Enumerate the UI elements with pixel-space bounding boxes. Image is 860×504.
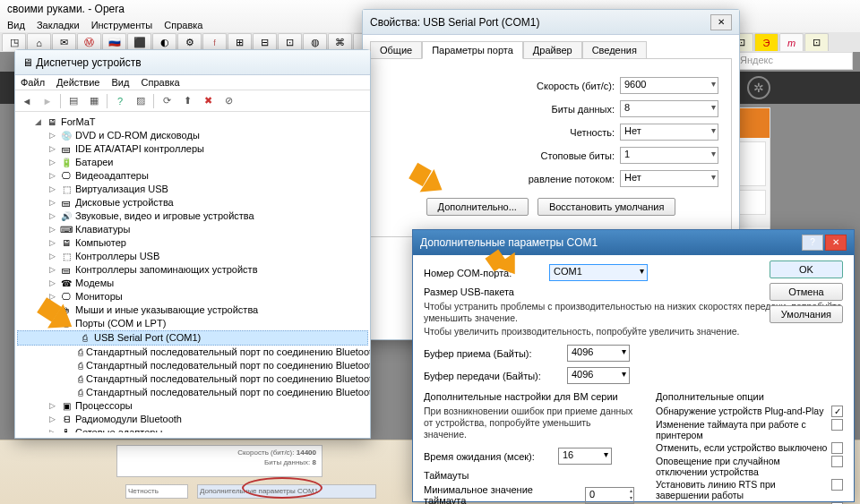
browser-tab[interactable]: ⊟ <box>253 33 277 51</box>
opera-menu-item[interactable]: Закладки <box>37 20 80 30</box>
option-row[interactable]: Оповещение при случайном отключении устр… <box>656 456 843 477</box>
timeouts-heading: Таймауты <box>424 470 634 481</box>
latency-select[interactable]: 16 <box>558 448 612 465</box>
tab-general[interactable]: Общие <box>370 41 422 59</box>
tree-category[interactable]: ▷▣Процессоры <box>17 399 368 413</box>
tab-port-settings[interactable]: Параметры порта <box>422 41 523 59</box>
browser-tab[interactable]: ◳ <box>2 33 26 51</box>
tree-bt-port[interactable]: ⎙Стандартный последовательный порт по со… <box>17 386 368 399</box>
option-row[interactable]: Изменение таймаута при работе с принтеро… <box>656 419 843 440</box>
menu-help[interactable]: Справка <box>142 77 180 88</box>
tree-category[interactable]: ▷🔋Батареи <box>17 156 368 169</box>
restore-defaults-button[interactable]: Восстановить умолчания <box>538 198 676 216</box>
tree-category[interactable]: ▷⬚Контроллеры USB <box>17 250 368 263</box>
tree-bt-port[interactable]: ⎙Стандартный последовательный порт по со… <box>17 359 368 372</box>
tree-category[interactable]: ▷🖥Компьютер <box>17 236 368 250</box>
option-label: Отменить, если устройство выключено <box>656 442 831 453</box>
props-tab-body: Скорость (бит/с):9600 Биты данных:8 Четн… <box>370 58 732 237</box>
fwd-icon[interactable]: ► <box>39 93 56 109</box>
opera-menu-item[interactable]: Инструменты <box>91 20 153 30</box>
checkbox[interactable]: ✓ <box>831 406 843 417</box>
help-icon[interactable]: ? <box>112 93 128 109</box>
tree-category[interactable]: ▷🖵Видеоадаптеры <box>17 169 368 183</box>
device-tree[interactable]: ◢🖥ForMaT ▷💿DVD и CD-ROM дисководы▷🖴IDE A… <box>15 112 370 432</box>
advanced-button[interactable]: Дополнительно... <box>426 198 529 216</box>
browser-tab[interactable]: f <box>202 33 227 51</box>
browser-tab[interactable]: Ⓜ <box>77 33 101 51</box>
tree-icon[interactable]: ▤ <box>65 93 82 109</box>
checkbox[interactable] <box>831 419 843 431</box>
browser-tab[interactable]: ◐ <box>152 33 176 51</box>
tree-category[interactable]: ▷ᗺРадиомодули Bluetooth <box>17 413 368 426</box>
option-row[interactable]: Обнаружение устройств Plug-and-Play✓ <box>656 406 843 417</box>
disable-icon[interactable]: ⊘ <box>220 93 236 109</box>
tab-details[interactable]: Сведения <box>582 41 647 59</box>
tree-category[interactable]: ▷🖴IDE ATA/ATAPI контроллеры <box>17 142 368 156</box>
browser-tab[interactable]: ◍ <box>303 33 327 51</box>
tree-category[interactable]: ▷⬚Виртуализация USB <box>17 183 368 196</box>
checkbox[interactable] <box>831 442 843 454</box>
tree-root[interactable]: ◢🖥ForMaT <box>17 115 368 129</box>
browser-tab[interactable]: m <box>779 33 804 51</box>
stopbits-select[interactable]: 1 <box>620 147 718 164</box>
option-row[interactable]: Отменить, если устройство выключено <box>656 442 843 454</box>
help-button[interactable]: ? <box>802 235 823 251</box>
tree-category[interactable]: ▷⌨Клавиатуры <box>17 223 368 236</box>
menu-file[interactable]: Файл <box>21 77 45 88</box>
back-icon[interactable]: ◄ <box>19 93 35 109</box>
tree-bt-port[interactable]: ⎙Стандартный последовательный порт по со… <box>17 346 368 359</box>
tab-driver[interactable]: Драйвер <box>523 41 582 59</box>
browser-tab[interactable]: ⊡ <box>804 33 829 51</box>
parity-select[interactable]: Нет <box>620 124 718 141</box>
devmgr-menubar[interactable]: Файл Действие Вид Справка <box>15 75 370 90</box>
browser-tab[interactable]: 🇷🇺 <box>102 33 126 51</box>
defaults-button[interactable]: Умолчания <box>770 305 843 323</box>
option-row[interactable]: Установить линию RTS при завершении рабо… <box>656 479 843 500</box>
checkbox[interactable] <box>831 456 843 467</box>
browser-tab[interactable]: Э <box>754 33 778 51</box>
browser-tab[interactable]: ⚙ <box>177 33 202 51</box>
speed-label: Скорость (бит/с): <box>537 81 615 91</box>
scan-icon[interactable]: ⟳ <box>159 93 175 109</box>
flowctrl-select[interactable]: Нет <box>620 170 718 187</box>
close-icon[interactable]: ✕ <box>710 14 732 30</box>
window-title: Свойства: USB Serial Port (COM1) <box>370 16 539 29</box>
browser-tab[interactable]: ⊡ <box>278 33 302 51</box>
cancel-button[interactable]: Отмена <box>770 283 843 301</box>
txbuf-select[interactable]: 4096 <box>567 367 630 384</box>
ok-button[interactable]: OK <box>770 261 843 278</box>
tree-category[interactable]: ▷🖴Контроллеры запоминающих устройств <box>17 263 368 277</box>
update-icon[interactable]: ⬆ <box>179 93 195 109</box>
uninstall-icon[interactable]: ✖ <box>200 93 216 109</box>
opera-menu-item[interactable]: Вид <box>7 20 25 30</box>
databits-select[interactable]: 8 <box>620 100 718 117</box>
tree-category[interactable]: ▷🖧Сетевые адаптеры <box>17 426 368 432</box>
close-icon[interactable]: ✕ <box>825 235 847 251</box>
tree-category[interactable]: ▷🖴Дисковые устройства <box>17 196 368 209</box>
parity-label: Четность: <box>570 127 615 138</box>
tree-category[interactable]: ▷🖵Мониторы <box>17 290 368 303</box>
device-manager-window: 🖥 Диспетчер устройств Файл Действие Вид … <box>14 49 371 439</box>
gear-icon[interactable]: ✲ <box>747 76 770 99</box>
tree-usb-serial-port[interactable]: ⎙USB Serial Port (COM1) <box>17 330 368 346</box>
min-timeout-spin[interactable]: 0 <box>585 487 634 504</box>
menu-action[interactable]: Действие <box>56 77 99 88</box>
tree-category[interactable]: ▷☎Модемы <box>17 277 368 290</box>
browser-tab[interactable]: ⌂ <box>27 33 51 51</box>
browser-tab[interactable]: ⬛ <box>127 33 151 51</box>
props-icon[interactable]: ▨ <box>133 93 149 109</box>
opera-menu-item[interactable]: Справка <box>164 20 202 30</box>
browser-tab[interactable]: ⌘ <box>328 33 352 51</box>
speed-select[interactable]: 9600 <box>620 77 718 94</box>
browser-tab[interactable]: ⊞ <box>228 33 252 51</box>
browser-tab[interactable]: ✉ <box>52 33 76 51</box>
detail-icon[interactable]: ▦ <box>86 93 102 109</box>
menu-view[interactable]: Вид <box>112 77 130 88</box>
com-advanced-dialog: Дополнительные параметры COM1 ? ✕ Номер … <box>412 229 855 502</box>
com-port-select[interactable]: COM1 <box>549 264 648 281</box>
tree-bt-port[interactable]: ⎙Стандартный последовательный порт по со… <box>17 372 368 386</box>
checkbox[interactable] <box>831 479 843 491</box>
rxbuf-select[interactable]: 4096 <box>567 345 630 362</box>
tree-category[interactable]: ▷🔊Звуковые, видео и игровые устройства <box>17 209 368 223</box>
tree-category[interactable]: ▷💿DVD и CD-ROM дисководы <box>17 129 368 142</box>
